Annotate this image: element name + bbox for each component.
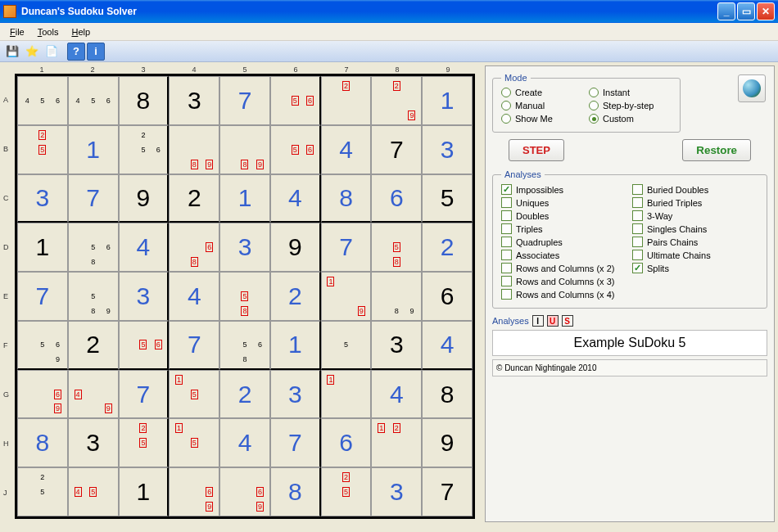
analysis-check-rows-and-columns-x-2-[interactable]: Rows and Columns (x 2) — [501, 263, 627, 273]
analysis-check-3-way[interactable]: 3-Way — [632, 210, 758, 221]
step-button[interactable]: STEP — [509, 139, 564, 161]
restore-button[interactable]: Restore — [682, 139, 751, 161]
help-button[interactable]: ? — [67, 43, 85, 61]
cell-B3[interactable]: 256 — [119, 125, 170, 174]
mode-radio-instant[interactable]: Instant — [589, 88, 672, 97]
analysis-check-uniques[interactable]: Uniques — [501, 197, 627, 208]
cell-C3[interactable]: 9 — [119, 174, 170, 223]
minimize-button[interactable]: _ — [717, 2, 735, 20]
cell-H7[interactable]: 6 — [321, 418, 372, 467]
analysis-check-pairs-chains[interactable]: Pairs Chains — [632, 237, 758, 247]
cell-J1[interactable]: 25 — [17, 467, 68, 516]
cell-A1[interactable]: 456 — [17, 76, 68, 125]
analysis-check-singles-chains[interactable]: Singles Chains — [632, 223, 758, 234]
cell-B7[interactable]: 4 — [321, 125, 372, 174]
cell-E6[interactable]: 2 — [270, 272, 321, 321]
cell-C1[interactable]: 3 — [17, 174, 68, 223]
cell-B8[interactable]: 7 — [371, 125, 422, 174]
analysis-check-impossibles[interactable]: ✓Impossibles — [501, 184, 627, 195]
mode-radio-manual[interactable]: Manual — [501, 101, 584, 110]
cell-H3[interactable]: 25 — [119, 418, 170, 467]
cell-C7[interactable]: 8 — [321, 174, 372, 223]
cell-B9[interactable]: 3 — [422, 125, 473, 174]
cell-G4[interactable]: 15 — [169, 370, 219, 419]
cell-J6[interactable]: 8 — [270, 467, 321, 516]
mode-radio-custom[interactable]: Custom — [589, 114, 672, 124]
cell-J2[interactable]: 45 — [68, 467, 119, 516]
cell-G9[interactable]: 8 — [422, 370, 473, 419]
cell-F8[interactable]: 3 — [371, 321, 422, 370]
cell-D7[interactable]: 7 — [321, 223, 372, 272]
cell-C8[interactable]: 6 — [371, 174, 422, 223]
sudoku-grid[interactable]: 4564568375622912512568989564733792148651… — [15, 74, 475, 519]
analysis-check-buried-doubles[interactable]: Buried Doubles — [632, 184, 758, 195]
mode-radio-step-by-step[interactable]: Step-by-step — [589, 101, 672, 110]
cell-F5[interactable]: 568 — [219, 321, 270, 370]
cell-F6[interactable]: 1 — [270, 321, 321, 370]
cell-H5[interactable]: 4 — [219, 418, 270, 467]
cell-H1[interactable]: 8 — [17, 418, 68, 467]
menu-help[interactable]: Help — [65, 25, 97, 38]
cell-E3[interactable]: 3 — [119, 272, 170, 321]
cell-F2[interactable]: 2 — [68, 321, 119, 370]
save-icon[interactable]: 💾 — [3, 43, 21, 61]
cell-A9[interactable]: 1 — [422, 76, 473, 125]
cell-J7[interactable]: 25 — [321, 467, 372, 516]
cell-A7[interactable]: 2 — [321, 76, 372, 125]
cell-E5[interactable]: 58 — [219, 272, 270, 321]
cell-J5[interactable]: 69 — [219, 467, 270, 516]
cell-D3[interactable]: 4 — [119, 223, 170, 272]
analysis-check-quadruples[interactable]: Quadruples — [501, 237, 627, 247]
cell-B6[interactable]: 56 — [270, 125, 321, 174]
cell-D2[interactable]: 568 — [68, 223, 119, 272]
cell-E9[interactable]: 6 — [422, 272, 473, 321]
cell-H2[interactable]: 3 — [68, 418, 119, 467]
close-button[interactable]: ✕ — [757, 2, 775, 20]
cell-G8[interactable]: 4 — [371, 370, 422, 419]
cell-D6[interactable]: 9 — [270, 223, 321, 272]
cell-D4[interactable]: 68 — [169, 223, 219, 272]
cell-A2[interactable]: 456 — [68, 76, 119, 125]
analysis-check-associates[interactable]: Associates — [501, 250, 627, 260]
menu-tools[interactable]: Tools — [31, 25, 66, 38]
cell-D8[interactable]: 58 — [371, 223, 422, 272]
cell-C4[interactable]: 2 — [169, 174, 219, 223]
cell-G6[interactable]: 3 — [270, 370, 321, 419]
analysis-check-rows-and-columns-x-3-[interactable]: Rows and Columns (x 3) — [501, 276, 627, 286]
cell-C2[interactable]: 7 — [68, 174, 119, 223]
cell-F1[interactable]: 569 — [17, 321, 68, 370]
cell-J3[interactable]: 1 — [119, 467, 170, 516]
cell-E8[interactable]: 89 — [371, 272, 422, 321]
cell-A8[interactable]: 29 — [371, 76, 422, 125]
cell-D5[interactable]: 3 — [219, 223, 270, 272]
cell-G1[interactable]: 69 — [17, 370, 68, 419]
cell-H9[interactable]: 9 — [422, 418, 473, 467]
cell-A4[interactable]: 3 — [169, 76, 219, 125]
cell-J9[interactable]: 7 — [422, 467, 473, 516]
analysis-check-ultimate-chains[interactable]: Ultimate Chains — [632, 250, 758, 260]
cell-D1[interactable]: 1 — [17, 223, 68, 272]
star-icon[interactable]: ⭐ — [23, 43, 41, 61]
cell-B5[interactable]: 89 — [219, 125, 270, 174]
cell-H4[interactable]: 15 — [169, 418, 219, 467]
cell-A6[interactable]: 56 — [270, 76, 321, 125]
analysis-check-buried-triples[interactable]: Buried Triples — [632, 197, 758, 208]
cell-H6[interactable]: 7 — [270, 418, 321, 467]
analysis-check-doubles[interactable]: Doubles — [501, 210, 627, 221]
cell-G3[interactable]: 7 — [119, 370, 170, 419]
maximize-button[interactable]: ▭ — [737, 2, 755, 20]
cell-C5[interactable]: 1 — [219, 174, 270, 223]
cell-E1[interactable]: 7 — [17, 272, 68, 321]
cell-G5[interactable]: 2 — [219, 370, 270, 419]
cell-B2[interactable]: 1 — [68, 125, 119, 174]
cell-E7[interactable]: 19 — [321, 272, 372, 321]
cell-G2[interactable]: 49 — [68, 370, 119, 419]
cell-F4[interactable]: 7 — [169, 321, 219, 370]
info-button[interactable]: i — [87, 43, 105, 61]
cell-B4[interactable]: 89 — [169, 125, 219, 174]
cell-E2[interactable]: 589 — [68, 272, 119, 321]
new-icon[interactable]: 📄 — [43, 43, 61, 61]
cell-C9[interactable]: 5 — [422, 174, 473, 223]
cell-H8[interactable]: 12 — [371, 418, 422, 467]
cell-J8[interactable]: 3 — [371, 467, 422, 516]
